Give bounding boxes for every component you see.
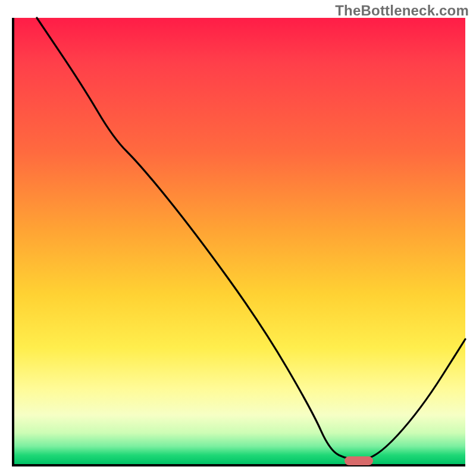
plot-area <box>12 18 465 466</box>
watermark-label: TheBottleneck.com <box>335 2 469 19</box>
chart-canvas: TheBottleneck.com <box>0 0 476 476</box>
bottleneck-curve <box>14 18 465 464</box>
minimum-marker <box>345 456 373 465</box>
